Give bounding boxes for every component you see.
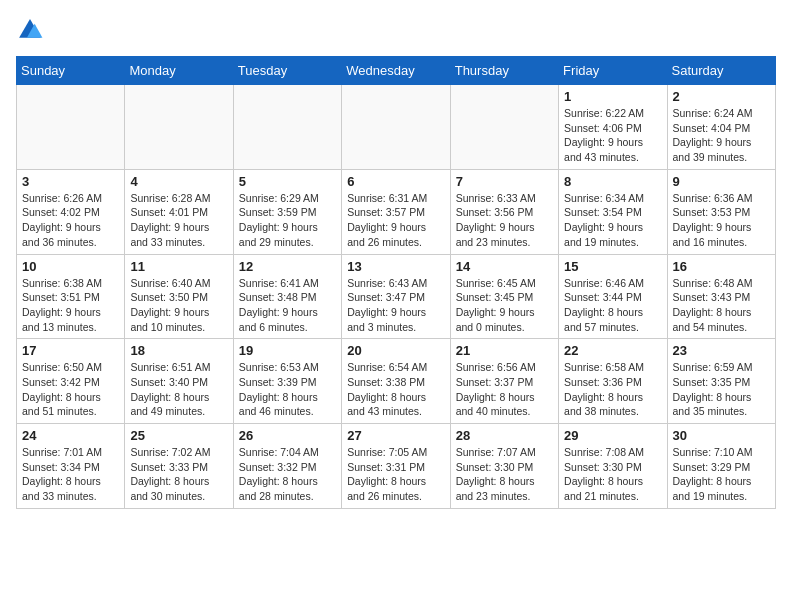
day-number: 26 <box>239 428 336 443</box>
day-info: Sunrise: 6:38 AMSunset: 3:51 PMDaylight:… <box>22 276 119 335</box>
day-info: Sunrise: 6:53 AMSunset: 3:39 PMDaylight:… <box>239 360 336 419</box>
day-cell: 26Sunrise: 7:04 AMSunset: 3:32 PMDayligh… <box>233 424 341 509</box>
day-cell: 25Sunrise: 7:02 AMSunset: 3:33 PMDayligh… <box>125 424 233 509</box>
day-number: 6 <box>347 174 444 189</box>
day-info: Sunrise: 7:01 AMSunset: 3:34 PMDaylight:… <box>22 445 119 504</box>
day-cell: 21Sunrise: 6:56 AMSunset: 3:37 PMDayligh… <box>450 339 558 424</box>
day-number: 24 <box>22 428 119 443</box>
day-number: 29 <box>564 428 661 443</box>
day-cell <box>125 85 233 170</box>
page-header <box>16 16 776 44</box>
day-info: Sunrise: 6:46 AMSunset: 3:44 PMDaylight:… <box>564 276 661 335</box>
day-info: Sunrise: 6:33 AMSunset: 3:56 PMDaylight:… <box>456 191 553 250</box>
day-cell: 12Sunrise: 6:41 AMSunset: 3:48 PMDayligh… <box>233 254 341 339</box>
day-cell: 4Sunrise: 6:28 AMSunset: 4:01 PMDaylight… <box>125 169 233 254</box>
day-number: 30 <box>673 428 770 443</box>
day-number: 25 <box>130 428 227 443</box>
day-info: Sunrise: 6:40 AMSunset: 3:50 PMDaylight:… <box>130 276 227 335</box>
day-cell: 27Sunrise: 7:05 AMSunset: 3:31 PMDayligh… <box>342 424 450 509</box>
day-cell: 11Sunrise: 6:40 AMSunset: 3:50 PMDayligh… <box>125 254 233 339</box>
day-number: 5 <box>239 174 336 189</box>
day-cell: 29Sunrise: 7:08 AMSunset: 3:30 PMDayligh… <box>559 424 667 509</box>
day-info: Sunrise: 6:36 AMSunset: 3:53 PMDaylight:… <box>673 191 770 250</box>
day-number: 14 <box>456 259 553 274</box>
day-number: 11 <box>130 259 227 274</box>
day-number: 27 <box>347 428 444 443</box>
day-number: 28 <box>456 428 553 443</box>
weekday-header-row: SundayMondayTuesdayWednesdayThursdayFrid… <box>17 57 776 85</box>
week-row-3: 17Sunrise: 6:50 AMSunset: 3:42 PMDayligh… <box>17 339 776 424</box>
day-number: 16 <box>673 259 770 274</box>
day-info: Sunrise: 6:45 AMSunset: 3:45 PMDaylight:… <box>456 276 553 335</box>
weekday-header-sunday: Sunday <box>17 57 125 85</box>
day-cell: 7Sunrise: 6:33 AMSunset: 3:56 PMDaylight… <box>450 169 558 254</box>
day-info: Sunrise: 6:43 AMSunset: 3:47 PMDaylight:… <box>347 276 444 335</box>
day-info: Sunrise: 6:29 AMSunset: 3:59 PMDaylight:… <box>239 191 336 250</box>
day-cell <box>450 85 558 170</box>
day-cell: 23Sunrise: 6:59 AMSunset: 3:35 PMDayligh… <box>667 339 775 424</box>
day-cell: 13Sunrise: 6:43 AMSunset: 3:47 PMDayligh… <box>342 254 450 339</box>
day-number: 17 <box>22 343 119 358</box>
day-info: Sunrise: 6:31 AMSunset: 3:57 PMDaylight:… <box>347 191 444 250</box>
weekday-header-monday: Monday <box>125 57 233 85</box>
day-info: Sunrise: 6:54 AMSunset: 3:38 PMDaylight:… <box>347 360 444 419</box>
day-cell: 19Sunrise: 6:53 AMSunset: 3:39 PMDayligh… <box>233 339 341 424</box>
weekday-header-wednesday: Wednesday <box>342 57 450 85</box>
day-cell: 17Sunrise: 6:50 AMSunset: 3:42 PMDayligh… <box>17 339 125 424</box>
day-info: Sunrise: 6:28 AMSunset: 4:01 PMDaylight:… <box>130 191 227 250</box>
day-number: 23 <box>673 343 770 358</box>
day-cell: 15Sunrise: 6:46 AMSunset: 3:44 PMDayligh… <box>559 254 667 339</box>
weekday-header-saturday: Saturday <box>667 57 775 85</box>
logo-icon <box>16 16 44 44</box>
calendar-table: SundayMondayTuesdayWednesdayThursdayFrid… <box>16 56 776 509</box>
day-cell: 5Sunrise: 6:29 AMSunset: 3:59 PMDaylight… <box>233 169 341 254</box>
day-number: 12 <box>239 259 336 274</box>
day-number: 2 <box>673 89 770 104</box>
day-info: Sunrise: 6:56 AMSunset: 3:37 PMDaylight:… <box>456 360 553 419</box>
day-number: 10 <box>22 259 119 274</box>
day-number: 21 <box>456 343 553 358</box>
day-info: Sunrise: 7:04 AMSunset: 3:32 PMDaylight:… <box>239 445 336 504</box>
weekday-header-tuesday: Tuesday <box>233 57 341 85</box>
day-cell: 14Sunrise: 6:45 AMSunset: 3:45 PMDayligh… <box>450 254 558 339</box>
weekday-header-friday: Friday <box>559 57 667 85</box>
day-cell <box>233 85 341 170</box>
day-number: 22 <box>564 343 661 358</box>
week-row-4: 24Sunrise: 7:01 AMSunset: 3:34 PMDayligh… <box>17 424 776 509</box>
day-number: 15 <box>564 259 661 274</box>
week-row-2: 10Sunrise: 6:38 AMSunset: 3:51 PMDayligh… <box>17 254 776 339</box>
day-info: Sunrise: 7:07 AMSunset: 3:30 PMDaylight:… <box>456 445 553 504</box>
day-number: 9 <box>673 174 770 189</box>
day-info: Sunrise: 6:24 AMSunset: 4:04 PMDaylight:… <box>673 106 770 165</box>
day-cell: 9Sunrise: 6:36 AMSunset: 3:53 PMDaylight… <box>667 169 775 254</box>
day-number: 18 <box>130 343 227 358</box>
day-cell: 30Sunrise: 7:10 AMSunset: 3:29 PMDayligh… <box>667 424 775 509</box>
logo <box>16 16 48 44</box>
day-number: 19 <box>239 343 336 358</box>
weekday-header-thursday: Thursday <box>450 57 558 85</box>
day-info: Sunrise: 6:58 AMSunset: 3:36 PMDaylight:… <box>564 360 661 419</box>
day-cell: 10Sunrise: 6:38 AMSunset: 3:51 PMDayligh… <box>17 254 125 339</box>
day-cell: 1Sunrise: 6:22 AMSunset: 4:06 PMDaylight… <box>559 85 667 170</box>
day-number: 1 <box>564 89 661 104</box>
day-info: Sunrise: 6:34 AMSunset: 3:54 PMDaylight:… <box>564 191 661 250</box>
day-info: Sunrise: 6:22 AMSunset: 4:06 PMDaylight:… <box>564 106 661 165</box>
day-number: 20 <box>347 343 444 358</box>
day-number: 4 <box>130 174 227 189</box>
day-info: Sunrise: 6:59 AMSunset: 3:35 PMDaylight:… <box>673 360 770 419</box>
day-info: Sunrise: 6:41 AMSunset: 3:48 PMDaylight:… <box>239 276 336 335</box>
day-cell: 8Sunrise: 6:34 AMSunset: 3:54 PMDaylight… <box>559 169 667 254</box>
day-number: 13 <box>347 259 444 274</box>
day-cell: 18Sunrise: 6:51 AMSunset: 3:40 PMDayligh… <box>125 339 233 424</box>
day-number: 8 <box>564 174 661 189</box>
day-info: Sunrise: 7:10 AMSunset: 3:29 PMDaylight:… <box>673 445 770 504</box>
day-info: Sunrise: 6:48 AMSunset: 3:43 PMDaylight:… <box>673 276 770 335</box>
day-info: Sunrise: 6:51 AMSunset: 3:40 PMDaylight:… <box>130 360 227 419</box>
day-number: 3 <box>22 174 119 189</box>
day-cell <box>17 85 125 170</box>
day-info: Sunrise: 7:02 AMSunset: 3:33 PMDaylight:… <box>130 445 227 504</box>
day-cell: 20Sunrise: 6:54 AMSunset: 3:38 PMDayligh… <box>342 339 450 424</box>
day-cell: 24Sunrise: 7:01 AMSunset: 3:34 PMDayligh… <box>17 424 125 509</box>
day-info: Sunrise: 7:08 AMSunset: 3:30 PMDaylight:… <box>564 445 661 504</box>
week-row-0: 1Sunrise: 6:22 AMSunset: 4:06 PMDaylight… <box>17 85 776 170</box>
